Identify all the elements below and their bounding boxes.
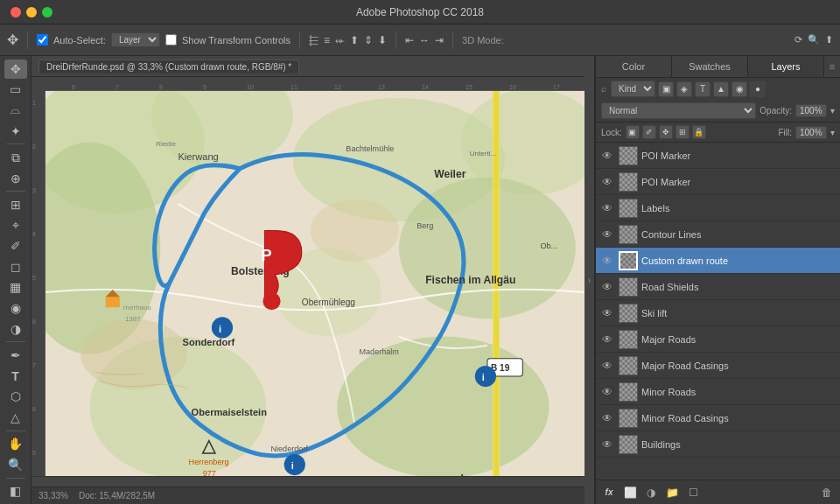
magic-wand-tool[interactable]: ✦ (4, 122, 27, 141)
maximize-button[interactable] (42, 7, 52, 18)
layer-visibility-toggle[interactable]: 👁 (599, 253, 615, 269)
distribute-right-icon[interactable]: ⇥ (435, 34, 444, 46)
rotate-view-icon[interactable]: ⟳ (794, 34, 802, 46)
fg-bg-colors[interactable]: ◧ (4, 481, 27, 500)
svg-text:Fischen im Allgäu: Fischen im Allgäu (425, 274, 515, 286)
fill-input[interactable] (795, 126, 827, 139)
move-tool[interactable]: ✥ (4, 60, 27, 79)
layer-visibility-toggle[interactable]: 👁 (599, 437, 615, 452)
auto-select-dropdown[interactable]: Layer (111, 32, 160, 47)
layer-item[interactable]: 👁Buildings (596, 431, 840, 458)
align-top-icon[interactable]: ⬆ (350, 34, 359, 46)
canvas-content[interactable]: 6 7 8 9 10 11 12 13 14 15 16 17 1 2 (32, 77, 584, 476)
dodge-tool[interactable]: ◑ (4, 319, 27, 339)
auto-select-checkbox[interactable]: Auto-Select: (37, 34, 106, 46)
tab-layers[interactable]: Layers (748, 56, 824, 77)
fx-button[interactable]: fx (601, 485, 617, 500)
blur-tool[interactable]: ◉ (4, 298, 27, 318)
lock-all-icon[interactable]: 🔒 (692, 125, 706, 139)
kind-select[interactable]: Kind (611, 80, 655, 97)
horizontal-scrollbar[interactable] (32, 476, 584, 486)
ruler-mark-6: 6 (72, 84, 75, 90)
zoom-icon[interactable]: 🔍 (808, 34, 820, 46)
shape-tool[interactable]: △ (4, 408, 27, 427)
filter-text-icon[interactable]: T (695, 81, 710, 97)
layer-visibility-toggle[interactable]: 👁 (599, 384, 615, 400)
layer-item[interactable]: 👁Contour Lines (596, 221, 840, 248)
zoom-tool[interactable]: 🔍 (4, 455, 27, 474)
brush-tool[interactable]: ⌖ (4, 216, 27, 235)
opacity-chevron[interactable]: ▾ (830, 106, 835, 116)
folder-button[interactable]: 📁 (664, 485, 680, 500)
add-mask-button[interactable]: ⬜ (622, 485, 638, 500)
lock-position-icon[interactable]: ✥ (659, 125, 673, 139)
minimize-button[interactable] (26, 7, 37, 18)
path-tool[interactable]: ⬡ (4, 387, 27, 406)
layer-item[interactable]: 👁Labels (596, 195, 840, 221)
type-tool[interactable]: T (4, 367, 27, 386)
tab-color[interactable]: Color (596, 56, 672, 77)
layer-item[interactable]: 👁Minor Roads (596, 379, 840, 405)
layer-item[interactable]: 👁POI Marker (596, 169, 840, 195)
lasso-tool[interactable]: ⌓ (4, 101, 27, 120)
layer-visibility-toggle[interactable]: 👁 (599, 200, 615, 216)
layer-visibility-toggle[interactable]: 👁 (599, 332, 615, 347)
align-left-icon[interactable]: ⬱ (309, 34, 318, 46)
tab-swatches[interactable]: Swatches (672, 56, 748, 77)
eyedropper-tool[interactable]: ⊕ (4, 169, 27, 188)
layer-visibility-toggle[interactable]: 👁 (599, 358, 615, 374)
layer-visibility-toggle[interactable]: 👁 (599, 305, 615, 321)
layer-item[interactable]: 👁Road Shields (596, 274, 840, 300)
layer-thumbnail (619, 382, 638, 402)
heal-tool[interactable]: ⊞ (4, 195, 27, 214)
eraser-tool[interactable]: ◻ (4, 257, 27, 276)
show-transform-check[interactable]: Show Transform Controls (165, 34, 290, 46)
filter-smart-icon[interactable]: ◉ (732, 81, 747, 97)
filter-pixel-icon[interactable]: ▣ (658, 81, 674, 97)
lock-pixels-icon[interactable]: ✐ (642, 125, 656, 139)
layer-item[interactable]: 👁Major Road Casings (596, 353, 840, 379)
layer-item[interactable]: 👁Ski lift (596, 300, 840, 326)
distribute-center-icon[interactable]: ↔ (419, 34, 430, 46)
delete-layer-button[interactable]: 🗑 (819, 485, 835, 500)
adjustment-button[interactable]: ◑ (643, 485, 659, 500)
layer-item[interactable]: 👁POI Marker (596, 143, 840, 169)
document-tab[interactable]: DreiDrferRunde.psd @ 33,3% (Custom drawn… (38, 60, 299, 74)
layer-item[interactable]: 👁Major Roads (596, 326, 840, 353)
layer-item[interactable]: 👁Minor Road Casings (596, 405, 840, 431)
panel-options-btn[interactable]: ≡ (824, 56, 840, 77)
gradient-tool[interactable]: ▦ (4, 278, 27, 298)
crop-tool[interactable]: ⧉ (4, 148, 27, 167)
pen-tool[interactable]: ✒ (4, 346, 27, 365)
fill-chevron[interactable]: ▾ (830, 128, 835, 137)
ruler-vmark-6: 6 (32, 318, 36, 325)
opacity-input[interactable] (795, 104, 827, 117)
layer-visibility-toggle[interactable]: 👁 (599, 279, 615, 295)
lock-artboard-icon[interactable]: ⊞ (676, 125, 690, 139)
share-icon[interactable]: ⬆ (825, 34, 833, 46)
filter-adjust-icon[interactable]: ◈ (676, 81, 692, 97)
move-tool-icon[interactable]: ✥ (7, 32, 18, 48)
layer-visibility-toggle[interactable]: 👁 (599, 174, 615, 190)
layer-visibility-toggle[interactable]: 👁 (599, 410, 615, 426)
align-right-icon[interactable]: ⬰ (335, 34, 345, 46)
layer-visibility-toggle[interactable]: 👁 (599, 227, 615, 242)
select-rect-tool[interactable]: ▭ (4, 80, 27, 100)
filter-shape-icon[interactable]: ▲ (713, 81, 729, 97)
distribute-left-icon[interactable]: ⇤ (405, 34, 414, 46)
align-middle-icon[interactable]: ⇕ (364, 34, 373, 46)
close-button[interactable] (10, 7, 21, 18)
layer-item[interactable]: 👁Custom drawn route (596, 248, 840, 274)
layer-thumbnail (619, 304, 638, 323)
align-center-h-icon[interactable]: ≡ (324, 34, 330, 46)
new-layer-button[interactable]: ☐ (685, 485, 701, 500)
filter-toggle[interactable]: ● (750, 81, 766, 97)
right-panel-toggle[interactable]: › (584, 56, 595, 504)
hand-tool[interactable]: ✋ (4, 434, 27, 453)
align-bottom-icon[interactable]: ⬇ (378, 34, 387, 46)
blend-mode-row: Normal Opacity: ▾ (596, 100, 840, 122)
clone-tool[interactable]: ✐ (4, 236, 27, 256)
lock-transparency-icon[interactable]: ▣ (626, 125, 640, 139)
blend-mode-select[interactable]: Normal (601, 102, 756, 119)
layer-visibility-toggle[interactable]: 👁 (599, 148, 615, 164)
